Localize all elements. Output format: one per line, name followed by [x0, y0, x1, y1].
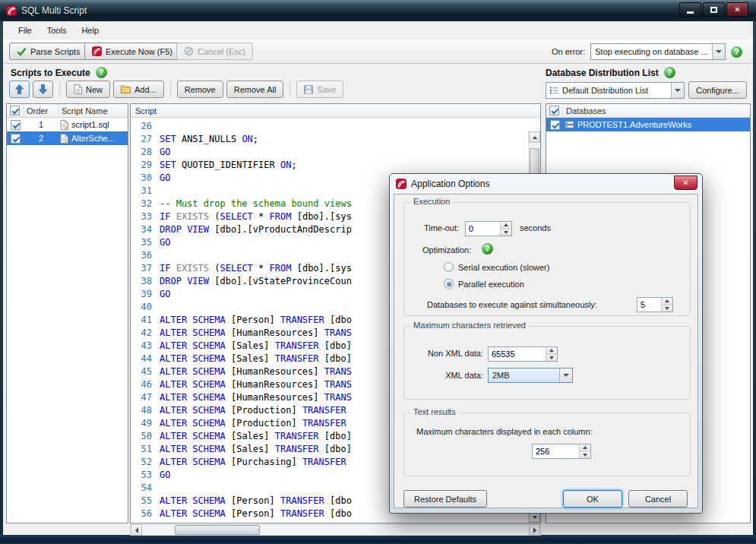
order-column-header: Order — [24, 104, 59, 117]
timeout-value: 0 — [466, 222, 500, 236]
remove-all-label: Remove All — [234, 85, 277, 94]
parse-scripts-label: Parse Scripts — [30, 47, 80, 56]
scroll-up-button[interactable] — [529, 131, 540, 143]
parallel-execution-label: Parallel execution — [458, 280, 524, 289]
close-button[interactable]: ✕ — [726, 2, 748, 17]
remove-script-label: Remove — [185, 85, 216, 94]
db-section-title: Database Distribution List — [546, 68, 659, 78]
code-line: 27SET ANSI_NULLS ON; — [131, 133, 528, 146]
serial-execution-radio[interactable] — [444, 262, 454, 272]
application-options-dialog: Application Options ✕ Execution Time-out… — [389, 173, 703, 514]
save-script-label: Save — [317, 85, 336, 94]
menu-help[interactable]: Help — [74, 22, 106, 39]
toolbar-separator — [170, 82, 171, 97]
databases-column-header: Databases — [563, 104, 750, 117]
dialog-body: Execution Time-out: 0 seconds Optimizati… — [394, 194, 698, 508]
cancel-icon — [184, 46, 194, 56]
database-icon — [565, 120, 574, 129]
code-line: 26 — [131, 120, 528, 133]
cancel-execution-label: Cancel (Esc) — [198, 47, 245, 56]
spin-up-button[interactable] — [546, 347, 557, 354]
dialog-title: Application Options — [411, 179, 489, 189]
app-icon — [396, 179, 406, 189]
script-icon — [60, 134, 68, 144]
spin-down-button[interactable] — [501, 229, 511, 236]
remove-all-scripts-button[interactable]: Remove All — [226, 81, 284, 98]
spin-down-button[interactable] — [580, 451, 590, 459]
parallel-execution-radio[interactable] — [444, 279, 454, 289]
help-icon[interactable]: ? — [664, 67, 675, 78]
script-row[interactable]: 2 AlterSche... — [7, 131, 128, 145]
distribution-list-select[interactable]: Default Distribution List — [546, 82, 685, 99]
scroll-right-button[interactable] — [529, 524, 540, 536]
db-section-header: Database Distribution List ? — [546, 67, 675, 78]
minimize-button[interactable] — [679, 2, 701, 17]
maximize-button[interactable] — [703, 2, 725, 17]
script-row[interactable]: 1 script1.sql — [7, 118, 128, 131]
help-icon[interactable]: ? — [96, 67, 107, 78]
check-all-databases-checkbox[interactable] — [549, 106, 559, 115]
spin-up-button[interactable] — [662, 298, 672, 305]
script-checkbox[interactable] — [11, 120, 21, 130]
spin-down-button[interactable] — [546, 354, 557, 362]
titlebar[interactable]: SQL Multi Script ✕ — [0, 0, 756, 21]
execute-now-button[interactable]: Execute Now (F5) — [84, 43, 180, 60]
toolbar-separator — [289, 82, 290, 97]
add-script-button[interactable]: Add... — [113, 81, 164, 98]
spin-up-button[interactable] — [501, 222, 511, 229]
spin-down-button[interactable] — [662, 305, 672, 312]
cancel-button[interactable]: Cancel — [628, 490, 688, 508]
restore-defaults-button[interactable]: Restore Defaults — [403, 490, 487, 508]
ok-button[interactable]: OK — [563, 490, 622, 508]
xml-data-select[interactable]: 2MB — [488, 368, 573, 383]
menu-file[interactable]: File — [11, 22, 40, 39]
app-window: SQL Multi Script ✕ File Tools Help Parse… — [0, 0, 756, 544]
script-checkbox[interactable] — [11, 134, 21, 144]
horizontal-scroll-thumb[interactable] — [175, 525, 260, 535]
scroll-left-button[interactable] — [131, 524, 142, 536]
new-script-button[interactable]: New — [66, 81, 110, 98]
chevron-down-icon[interactable] — [559, 368, 572, 382]
timeout-spinner[interactable]: 0 — [465, 221, 512, 236]
scripts-toolbar: New Add... Remove Remove All Save — [9, 81, 343, 98]
simultaneous-spinner[interactable]: 5 — [637, 297, 673, 312]
parse-scripts-button[interactable]: Parse Scripts — [9, 43, 87, 60]
close-icon: ✕ — [734, 5, 740, 14]
menu-tools[interactable]: Tools — [40, 22, 74, 39]
help-icon[interactable]: ? — [482, 243, 493, 255]
script-name: AlterSche... — [71, 134, 115, 143]
save-icon — [304, 85, 313, 94]
script-order: 2 — [24, 134, 59, 143]
check-all-scripts-checkbox[interactable] — [10, 106, 20, 115]
chevron-down-icon[interactable] — [671, 83, 684, 98]
configure-button[interactable]: Configure... — [688, 81, 747, 99]
max-chars-group: Maximum characters retrieved Non XML dat… — [403, 326, 691, 400]
database-checkbox[interactable] — [550, 120, 560, 130]
on-error-select[interactable]: Stop executing on database ... — [590, 43, 726, 60]
dialog-close-button[interactable]: ✕ — [674, 176, 697, 190]
help-icon[interactable]: ? — [731, 46, 742, 58]
non-xml-spinner[interactable]: 65535 — [488, 346, 558, 362]
spin-up-button[interactable] — [580, 444, 590, 451]
dialog-titlebar[interactable]: Application Options ✕ — [390, 174, 702, 194]
serial-execution-label: Serial execution (slower) — [458, 263, 549, 272]
column-chars-spinner[interactable]: 256 — [532, 444, 591, 459]
simultaneous-value: 5 — [637, 298, 661, 312]
optimization-label: Optimization: — [422, 245, 471, 255]
move-up-button[interactable] — [9, 81, 30, 98]
on-error-value: Stop executing on database ... — [591, 47, 712, 56]
code-line: 28GO — [131, 146, 528, 159]
chevron-down-icon[interactable] — [712, 44, 725, 59]
text-results-legend: Text results — [410, 407, 459, 416]
parse-icon — [17, 47, 27, 56]
script-order: 1 — [24, 120, 59, 129]
execute-now-label: Execute Now (F5) — [106, 47, 172, 56]
remove-script-button[interactable]: Remove — [177, 81, 223, 98]
horizontal-scrollbar[interactable] — [130, 524, 541, 536]
script-name: script1.sql — [71, 120, 109, 129]
distribution-list-value: Default Distribution List — [558, 86, 671, 95]
script-editor-header: Script — [131, 104, 540, 118]
database-row[interactable]: PRODTEST1.AdventureWorks — [546, 118, 750, 131]
move-down-button[interactable] — [33, 81, 53, 98]
list-icon — [549, 86, 558, 95]
